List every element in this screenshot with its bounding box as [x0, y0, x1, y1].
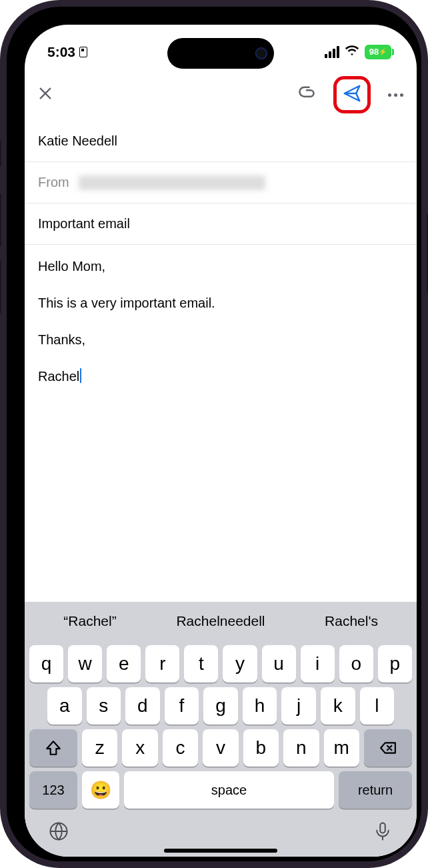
- key-y[interactable]: y: [223, 645, 257, 683]
- key-q[interactable]: q: [29, 645, 63, 683]
- key-z[interactable]: z: [82, 729, 117, 767]
- key-h[interactable]: h: [243, 687, 277, 725]
- attachment-button[interactable]: [297, 84, 316, 105]
- key-k[interactable]: k: [321, 687, 355, 725]
- return-key[interactable]: return: [339, 771, 412, 809]
- key-p[interactable]: p: [378, 645, 412, 683]
- key-n[interactable]: n: [283, 729, 319, 767]
- phone-frame: 5:03 98⚡: [0, 0, 428, 868]
- key-m[interactable]: m: [324, 729, 359, 767]
- send-button[interactable]: [342, 83, 362, 106]
- key-row-1: q w e r t y u i o p: [25, 640, 417, 683]
- body-line: Rachel: [38, 367, 403, 386]
- key-d[interactable]: d: [125, 687, 160, 725]
- key-row-2: a s d f g h j k l: [25, 683, 417, 725]
- cellular-icon: [325, 46, 339, 58]
- key-j[interactable]: j: [281, 687, 316, 725]
- shift-key[interactable]: [29, 729, 77, 767]
- key-row-4: 123 😀 space return: [25, 767, 417, 809]
- key-r[interactable]: r: [145, 645, 179, 683]
- key-v[interactable]: v: [203, 729, 238, 767]
- to-value: Katie Needell: [38, 133, 117, 148]
- key-x[interactable]: x: [122, 729, 157, 767]
- key-c[interactable]: c: [163, 729, 198, 767]
- suggestion-2[interactable]: Rachelneedell: [155, 613, 286, 629]
- compose-fields: Katie Needell From Important email: [25, 121, 417, 245]
- keyboard-footer: [25, 809, 417, 849]
- key-l[interactable]: l: [360, 687, 395, 725]
- key-i[interactable]: i: [301, 645, 335, 683]
- key-t[interactable]: t: [184, 645, 218, 683]
- volume-down-button: [0, 260, 1, 314]
- key-w[interactable]: w: [68, 645, 102, 683]
- suggestion-bar: “Rachel” Rachelneedell Rachel's: [25, 602, 417, 640]
- more-button[interactable]: [388, 93, 403, 97]
- suggestion-3[interactable]: Rachel's: [286, 613, 417, 629]
- space-key[interactable]: space: [124, 771, 334, 809]
- key-e[interactable]: e: [107, 645, 141, 683]
- subject-field[interactable]: Important email: [25, 203, 417, 245]
- mute-switch: [0, 140, 1, 167]
- from-address-redacted: [79, 175, 265, 190]
- key-a[interactable]: a: [47, 687, 82, 725]
- compose-header: [25, 69, 417, 121]
- subject-value: Important email: [38, 216, 130, 231]
- globe-key[interactable]: [49, 821, 69, 844]
- backspace-key[interactable]: [364, 729, 412, 767]
- close-button[interactable]: [38, 86, 53, 103]
- key-u[interactable]: u: [262, 645, 296, 683]
- volume-up-button: [0, 193, 1, 247]
- keyboard: “Rachel” Rachelneedell Rachel's q w e r …: [25, 602, 417, 857]
- from-field[interactable]: From: [25, 162, 417, 203]
- body-line: Hello Mom,: [38, 257, 403, 276]
- key-g[interactable]: g: [203, 687, 238, 725]
- body-line: Thanks,: [38, 330, 403, 350]
- key-b[interactable]: b: [243, 729, 279, 767]
- dynamic-island: [167, 38, 274, 69]
- battery-percent: 98: [369, 47, 379, 57]
- key-row-3: z x c v b n m: [25, 725, 417, 767]
- send-button-highlight: [333, 76, 371, 113]
- key-s[interactable]: s: [87, 687, 121, 725]
- home-indicator[interactable]: [164, 849, 277, 853]
- key-f[interactable]: f: [165, 687, 199, 725]
- suggestion-1[interactable]: “Rachel”: [25, 613, 155, 629]
- numbers-key[interactable]: 123: [29, 771, 77, 809]
- key-o[interactable]: o: [339, 645, 373, 683]
- svg-rect-1: [380, 823, 385, 833]
- battery-icon: 98⚡: [365, 45, 394, 59]
- dictation-key[interactable]: [373, 821, 393, 844]
- from-label: From: [38, 175, 69, 190]
- status-time: 5:03: [47, 44, 75, 60]
- sim-icon: [79, 47, 87, 57]
- body-textarea[interactable]: Hello Mom, This is a very important emai…: [25, 245, 417, 602]
- body-line: This is a very important email.: [38, 294, 403, 313]
- text-cursor: [80, 368, 81, 383]
- emoji-key[interactable]: 😀: [82, 771, 119, 809]
- wifi-icon: [345, 45, 359, 59]
- to-field[interactable]: Katie Needell: [25, 121, 417, 162]
